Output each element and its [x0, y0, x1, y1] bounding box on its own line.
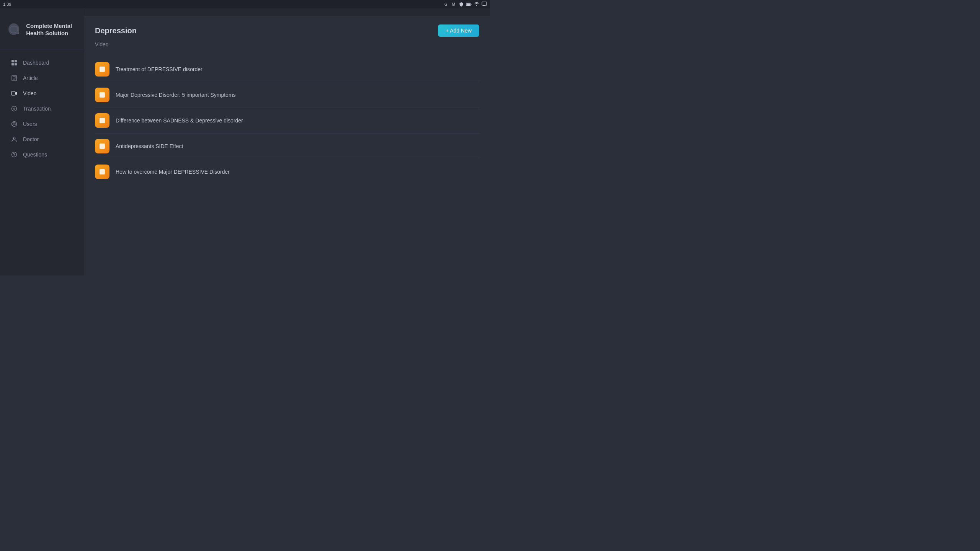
sidebar-item-video[interactable]: Video	[3, 86, 81, 101]
video-title-text: How to overcome Major DEPRESSIVE Disorde…	[116, 169, 230, 175]
sidebar-item-users[interactable]: Users	[3, 117, 81, 131]
svg-rect-17	[15, 60, 17, 62]
sidebar-item-doctor[interactable]: Doctor	[3, 132, 81, 147]
video-list-item[interactable]: Difference between SADNESS & Depressive …	[95, 108, 479, 134]
page-title: Depression	[95, 26, 137, 35]
svg-rect-1	[471, 4, 472, 5]
users-label: Users	[23, 121, 37, 127]
video-thumbnail-icon	[95, 62, 109, 77]
video-list: Treatment of DEPRESSIVE disorderMajor De…	[95, 57, 479, 184]
shield-icon	[459, 2, 464, 7]
brain-logo-icon	[6, 16, 21, 43]
status-bar-left: 1:39	[3, 2, 11, 7]
svg-rect-21	[13, 77, 16, 77]
doctor-label: Doctor	[23, 136, 39, 142]
svg-rect-9	[17, 33, 18, 34]
section-label: Video	[95, 41, 479, 51]
g-icon: G	[443, 2, 449, 7]
video-list-item[interactable]: Major Depressive Disorder: 5 important S…	[95, 82, 479, 108]
questions-label: Questions	[23, 152, 47, 158]
svg-point-7	[16, 31, 18, 33]
sidebar: Complete Mental Health Solution Dashboar…	[0, 8, 84, 276]
status-bar-right: G M	[443, 2, 487, 7]
video-title-text: Antidepressants SIDE Effect	[116, 143, 183, 149]
doctor-icon	[11, 136, 18, 143]
status-time: 1:39	[3, 2, 11, 7]
video-title-text: Major Depressive Disorder: 5 important S…	[116, 92, 236, 98]
svg-rect-22	[13, 78, 16, 78]
video-icon	[11, 90, 18, 97]
mail-icon: M	[451, 2, 456, 7]
sidebar-nav: Dashboard Article	[0, 49, 84, 168]
sidebar-item-article[interactable]: Article	[3, 71, 81, 85]
svg-rect-3	[482, 2, 487, 5]
battery-icon	[466, 2, 472, 7]
svg-rect-24	[11, 91, 15, 95]
status-bar: 1:39 G M	[0, 0, 490, 8]
svg-point-31	[14, 156, 14, 156]
top-bar	[84, 8, 490, 17]
content-area: Depression + Add New Video Treatment of …	[84, 8, 490, 276]
sidebar-item-transaction[interactable]: $ Transaction	[3, 101, 81, 116]
svg-text:$: $	[13, 107, 15, 111]
svg-rect-19	[15, 63, 17, 65]
logo-title: Complete Mental Health Solution	[26, 22, 78, 37]
svg-point-28	[13, 122, 15, 124]
video-title-text: Treatment of DEPRESSIVE disorder	[116, 66, 203, 72]
transaction-label: Transaction	[23, 106, 51, 112]
page-header: Depression + Add New	[95, 24, 479, 37]
svg-rect-2	[467, 3, 470, 5]
svg-rect-16	[11, 60, 14, 62]
svg-rect-8	[17, 30, 18, 31]
video-list-item[interactable]: Treatment of DEPRESSIVE disorder	[95, 57, 479, 82]
video-list-item[interactable]: How to overcome Major DEPRESSIVE Disorde…	[95, 159, 479, 184]
screen-icon	[482, 2, 487, 7]
main-layout: Complete Mental Health Solution Dashboar…	[0, 8, 490, 276]
users-icon	[11, 121, 18, 127]
svg-rect-10	[15, 32, 16, 33]
sidebar-logo: Complete Mental Health Solution	[0, 8, 84, 49]
article-icon	[11, 75, 18, 82]
article-label: Article	[23, 75, 38, 81]
video-label: Video	[23, 90, 37, 96]
dashboard-label: Dashboard	[23, 60, 49, 66]
dashboard-icon	[11, 59, 18, 66]
video-list-item[interactable]: Antidepressants SIDE Effect	[95, 134, 479, 159]
video-title-text: Difference between SADNESS & Depressive …	[116, 117, 243, 124]
video-thumbnail-icon	[95, 113, 109, 128]
transaction-icon: $	[11, 105, 18, 112]
questions-icon	[11, 151, 18, 158]
video-thumbnail-icon	[95, 139, 109, 153]
add-new-button[interactable]: + Add New	[438, 24, 479, 37]
sidebar-item-questions[interactable]: Questions	[3, 147, 81, 162]
video-thumbnail-icon	[95, 165, 109, 179]
svg-rect-18	[11, 63, 14, 65]
video-thumbnail-icon	[95, 88, 109, 102]
svg-rect-4	[483, 5, 485, 6]
svg-rect-23	[13, 79, 15, 80]
svg-rect-11	[18, 32, 19, 33]
sidebar-item-dashboard[interactable]: Dashboard	[3, 55, 81, 70]
page-content: Depression + Add New Video Treatment of …	[84, 17, 490, 276]
wifi-icon	[474, 2, 479, 7]
